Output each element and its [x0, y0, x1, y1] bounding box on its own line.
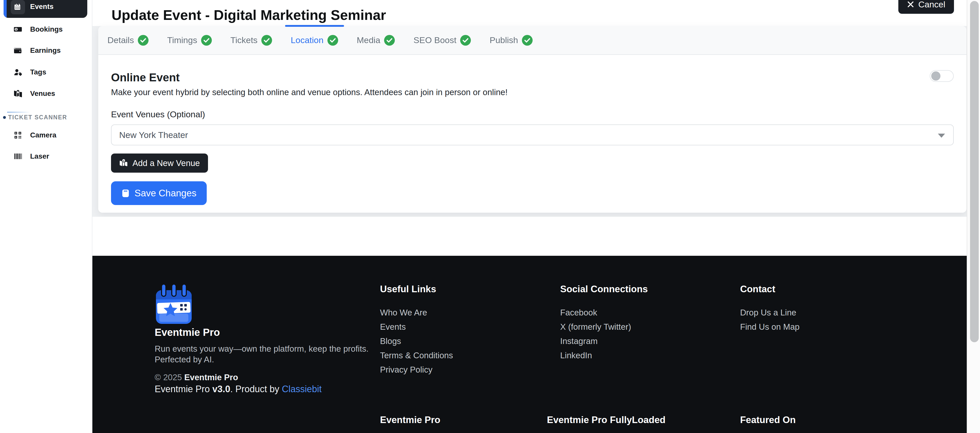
- location-tab-panel: Online Event Make your event hybrid by s…: [98, 55, 966, 213]
- footer-link-who-we-are[interactable]: Who We Are: [380, 308, 453, 317]
- eventmie-logo[interactable]: [155, 284, 193, 325]
- check-circle-icon: [460, 35, 471, 46]
- footer-link-events[interactable]: Events: [380, 323, 453, 331]
- sidebar-item-label: Events: [30, 3, 54, 11]
- sidebar-item-bookings[interactable]: Bookings: [0, 21, 92, 37]
- tab-label: Details: [107, 35, 134, 45]
- tab-location[interactable]: Location: [282, 26, 348, 54]
- scrollbar-thumb[interactable]: [970, 1, 979, 342]
- qrcode-icon: [14, 131, 22, 139]
- save-changes-button[interactable]: Save Changes: [111, 181, 207, 205]
- footer-column-social: Social Connections Facebook X (formerly …: [560, 284, 648, 365]
- tab-label: Publish: [490, 35, 518, 45]
- column-heading: Contact: [740, 284, 800, 295]
- page-title: Update Event - Digital Marketing Seminar: [111, 7, 386, 23]
- tagline-line1: Run events your way—own the platform, ke…: [155, 344, 369, 354]
- footer-column-useful-links: Useful Links Who We Are Events Blogs Ter…: [380, 284, 453, 380]
- footer-column-contact: Contact Drop Us a Line Find Us on Map: [740, 284, 800, 337]
- sidebar-item-label: Laser: [30, 152, 49, 160]
- event-form-card: Details Timings Tickets Location: [98, 26, 966, 213]
- online-event-description: Make your event hybrid by selecting both…: [111, 87, 954, 97]
- footer-link-privacy[interactable]: Privacy Policy: [380, 365, 453, 374]
- venue-selected-value: New York Theater: [119, 130, 188, 140]
- footer-link-x-twitter[interactable]: X (formerly Twitter): [560, 323, 648, 331]
- scrollbar-track[interactable]: [967, 0, 980, 433]
- footer-link-blogs[interactable]: Blogs: [380, 337, 453, 345]
- active-accent-bar: [3, 0, 6, 18]
- classiebit-link[interactable]: Classiebit: [282, 384, 321, 394]
- sidebar-item-venues[interactable]: Venues: [0, 86, 92, 102]
- map-pin-icon: [119, 159, 128, 168]
- tab-bar: Details Timings Tickets Location: [98, 26, 966, 55]
- copyright-prefix: © 2025: [155, 373, 184, 382]
- save-changes-label: Save Changes: [135, 188, 197, 199]
- sidebar-item-label: Bookings: [30, 25, 63, 33]
- footer-tagline: Run events your way—own the platform, ke…: [155, 344, 369, 365]
- tab-label: Location: [291, 35, 324, 45]
- online-event-toggle[interactable]: [930, 70, 954, 82]
- bullet-icon: [3, 116, 6, 119]
- footer-brand: Eventmie Pro: [155, 327, 220, 338]
- footer-link-facebook[interactable]: Facebook: [560, 308, 648, 317]
- sidebar-item-label: Earnings: [30, 46, 61, 55]
- version-mid: . Product by: [230, 384, 282, 394]
- footer-copyright: © 2025 Eventmie Pro: [155, 373, 238, 382]
- sidebar-item-label: Tags: [30, 68, 46, 76]
- footer-version: Eventmie Pro v3.0. Product by Classiebit: [155, 384, 321, 395]
- version-number: v3.0: [212, 384, 230, 394]
- cancel-label: Cancel: [918, 0, 945, 10]
- check-circle-icon: [261, 35, 272, 46]
- footer-link-find-us-on-map[interactable]: Find Us on Map: [740, 323, 800, 331]
- sidebar: Events Bookings Earnings Tags Venues TIC…: [0, 0, 92, 433]
- save-icon: [121, 189, 130, 198]
- sidebar-item-camera[interactable]: Camera: [0, 127, 92, 143]
- add-venue-button[interactable]: Add a New Venue: [111, 154, 208, 173]
- check-circle-icon: [138, 35, 149, 46]
- footer-link-drop-us-a-line[interactable]: Drop Us a Line: [740, 308, 800, 317]
- map-icon: [14, 89, 22, 98]
- column-heading: Social Connections: [560, 284, 648, 295]
- footer: Eventmie Pro Run events your way—own the…: [92, 256, 980, 433]
- tab-media[interactable]: Media: [348, 26, 404, 54]
- toggle-knob: [931, 71, 940, 81]
- venue-select[interactable]: New York Theater: [111, 124, 954, 145]
- tab-timings[interactable]: Timings: [158, 26, 221, 54]
- tab-publish[interactable]: Publish: [480, 26, 542, 54]
- event-venues-label: Event Venues (Optional): [111, 109, 954, 119]
- footer-link-terms[interactable]: Terms & Conditions: [380, 351, 453, 360]
- footer-link-instagram[interactable]: Instagram: [560, 337, 648, 345]
- sidebar-item-label: Camera: [30, 131, 56, 139]
- check-circle-icon: [201, 35, 212, 46]
- footer-link-linkedin[interactable]: LinkedIn: [560, 351, 648, 360]
- check-circle-icon: [384, 35, 395, 46]
- page-spacer: [92, 217, 980, 256]
- cancel-button[interactable]: Cancel: [898, 0, 954, 14]
- footer-heading-fullyloaded: Eventmie Pro FullyLoaded: [547, 415, 666, 425]
- check-circle-icon: [522, 35, 533, 46]
- calendar-icon: [11, 0, 25, 14]
- sidebar-item-earnings[interactable]: Earnings: [0, 43, 92, 59]
- sidebar-item-tags[interactable]: Tags: [0, 64, 92, 80]
- footer-heading-featured-on: Featured On: [740, 415, 796, 425]
- check-circle-icon: [327, 35, 339, 46]
- footer-heading-eventmie-pro: Eventmie Pro: [380, 415, 440, 425]
- chevron-down-icon: [938, 133, 945, 138]
- version-prefix: Eventmie Pro: [155, 384, 212, 394]
- content-background: Details Timings Tickets Location: [92, 26, 967, 217]
- section-label: TICKET SCANNER: [8, 114, 67, 121]
- main-area: Update Event - Digital Marketing Seminar…: [92, 0, 980, 433]
- sidebar-item-label: Venues: [30, 89, 55, 98]
- sidebar-item-laser[interactable]: Laser: [0, 148, 92, 164]
- tab-label: Timings: [167, 35, 197, 45]
- online-event-heading: Online Event: [111, 71, 954, 84]
- sidebar-item-events[interactable]: Events: [3, 0, 87, 18]
- tab-tickets[interactable]: Tickets: [221, 26, 282, 54]
- tab-label: Media: [357, 35, 380, 45]
- copyright-brand: Eventmie Pro: [184, 373, 238, 382]
- tab-seo-boost[interactable]: SEO Boost: [404, 26, 480, 54]
- section-divider: [7, 112, 30, 113]
- tab-label: SEO Boost: [414, 35, 456, 45]
- tagline-line2: Perfected by AI.: [155, 355, 214, 364]
- money-check-icon: [14, 25, 22, 33]
- tab-details[interactable]: Details: [98, 26, 158, 54]
